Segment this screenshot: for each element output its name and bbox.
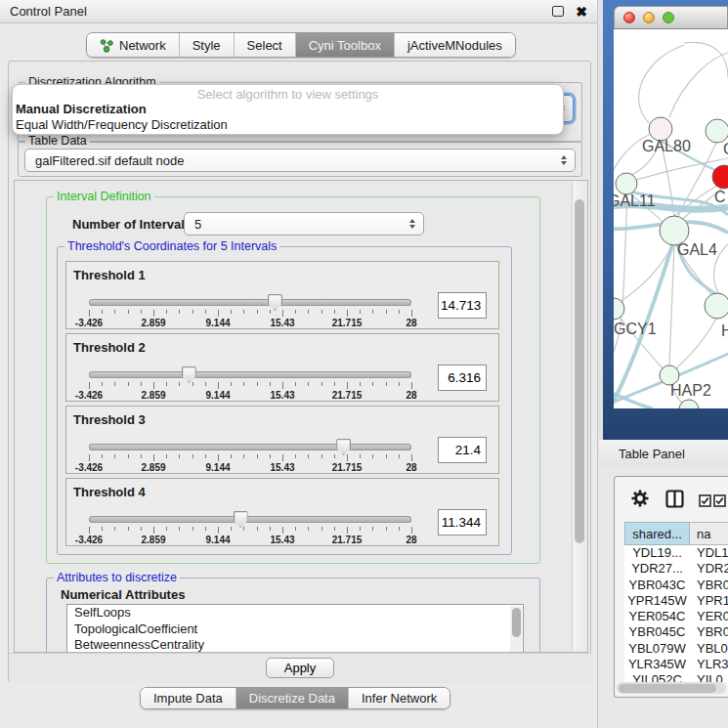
threshold-value-input[interactable] xyxy=(438,364,487,391)
slider-tick xyxy=(334,382,335,386)
table-panel-titlebar: Table Panel xyxy=(599,440,728,467)
slider-tick xyxy=(141,527,142,531)
network-node[interactable] xyxy=(679,400,699,408)
network-edge[interactable] xyxy=(614,133,653,303)
network-node-label: GCY1 xyxy=(614,321,657,337)
slider-tick-label: 2.859 xyxy=(141,318,165,328)
table-row[interactable]: YLR345WYLR3 xyxy=(624,657,728,672)
slider-tick xyxy=(347,382,348,389)
table-row[interactable]: YPR145WYPR1 xyxy=(624,593,728,609)
slider-tick xyxy=(243,527,244,531)
apply-button[interactable]: Apply xyxy=(266,658,334,678)
tab-label: Impute Data xyxy=(153,691,223,706)
settings-vertical-scrollbar[interactable] xyxy=(572,182,586,651)
threshold-slider[interactable]: -3.4262.8599.14415.4321.71528 xyxy=(89,442,411,473)
network-node-h[interactable] xyxy=(705,293,728,319)
tab-cyni-toolbox[interactable]: Cyni Toolbox xyxy=(296,33,395,57)
network-edge[interactable] xyxy=(684,42,728,78)
interval-definition-group: Interval Definition Number of Intervals … xyxy=(46,196,540,564)
table-header-row: shared... na xyxy=(624,522,728,545)
number-of-intervals-combo[interactable]: 5 xyxy=(184,212,424,236)
network-node-gal11[interactable] xyxy=(616,173,637,194)
numerical-attributes-label: Numerical Attributes xyxy=(61,587,185,602)
column-header-name[interactable]: na xyxy=(690,522,728,545)
dropdown-option[interactable]: Manual Discretization xyxy=(13,102,563,117)
checkbox-checked-icon[interactable] xyxy=(699,494,711,507)
gear-icon[interactable] xyxy=(631,490,649,507)
slider-tick-label: 28 xyxy=(406,390,416,401)
slider-track[interactable] xyxy=(89,516,411,523)
numerical-attributes-list[interactable]: SelfLoopsTopologicalCoefficientBetweenne… xyxy=(66,604,524,653)
tab-select[interactable]: Select xyxy=(235,33,296,57)
cell-name: YBL0 xyxy=(690,641,728,657)
tab-jactivemnodules[interactable]: jActiveMNodules xyxy=(395,33,515,57)
table-row[interactable]: YDL19...YDL1 xyxy=(624,545,728,561)
cell-name: YBR0 xyxy=(690,578,728,593)
main-tabbar: NetworkStyleSelectCyni ToolboxjActiveMNo… xyxy=(86,32,516,58)
slider-track[interactable] xyxy=(89,299,411,306)
dropdown-option[interactable]: Equal Width/Frequency Discretization xyxy=(13,117,563,133)
slider-tick xyxy=(205,382,206,386)
cell-shared-name: YDL19... xyxy=(624,545,690,561)
spinner-arrows-icon xyxy=(409,219,415,229)
attributes-scrollbar[interactable] xyxy=(510,606,522,653)
slider-tick-label: 15.43 xyxy=(270,535,294,545)
tab-style[interactable]: Style xyxy=(180,33,235,57)
network-edge[interactable] xyxy=(669,53,728,117)
table-row[interactable]: YBL079WYBL0 xyxy=(624,641,728,657)
slider-tick xyxy=(295,310,296,314)
table-data-combo[interactable]: galFiltered.sif default node xyxy=(24,149,576,172)
tab-infer-network[interactable]: Infer Network xyxy=(349,688,450,708)
network-canvas[interactable]: GAL80GACGAL11GAL4GCY1HHAP2 xyxy=(614,29,728,408)
threshold-coordinates-group: Threshold's Coordinates for 5 Intervals … xyxy=(57,246,512,555)
threshold-slider[interactable]: -3.4262.8599.14415.4321.71528 xyxy=(89,297,411,328)
tab-network[interactable]: Network xyxy=(87,33,180,57)
slider-track[interactable] xyxy=(89,371,411,378)
slider-thumb[interactable] xyxy=(234,511,248,528)
attribute-list-item[interactable]: BetweennessCentrality xyxy=(67,637,523,653)
slider-tick xyxy=(179,310,180,314)
interval-definition-title: Interval Definition xyxy=(54,190,154,203)
table-row[interactable]: YBR045CYBR0 xyxy=(624,624,728,640)
column-view-icon[interactable] xyxy=(665,490,684,508)
table-row[interactable]: YER054CYER0 xyxy=(624,609,728,624)
slider-thumb[interactable] xyxy=(182,366,196,383)
tab-impute-data[interactable]: Impute Data xyxy=(141,688,236,708)
slider-track[interactable] xyxy=(89,444,411,450)
threshold-value-input[interactable] xyxy=(438,437,487,463)
network-node-ga[interactable] xyxy=(706,119,728,143)
slider-tick xyxy=(102,454,103,458)
threshold-value-input[interactable] xyxy=(438,292,487,319)
minimize-traffic-light[interactable] xyxy=(643,12,655,23)
table-horizontal-scrollbar[interactable] xyxy=(617,682,726,694)
attribute-list-item[interactable]: SelfLoops xyxy=(67,605,523,621)
column-header-shared-name[interactable]: shared... xyxy=(624,522,690,545)
float-window-icon[interactable] xyxy=(552,6,564,17)
close-traffic-light[interactable] xyxy=(623,12,635,23)
table-row[interactable]: YBR043CYBR0 xyxy=(624,578,728,593)
tab-discretize-data[interactable]: Discretize Data xyxy=(236,688,349,708)
slider-thumb[interactable] xyxy=(268,294,282,311)
slider-tick xyxy=(141,382,142,386)
slider-tick xyxy=(334,527,335,531)
slider-tick xyxy=(270,310,271,314)
slider-tick xyxy=(89,454,90,461)
table-row[interactable]: YDR27...YDR2 xyxy=(624,561,728,577)
slider-tick xyxy=(193,382,193,386)
close-icon[interactable]: ✖ xyxy=(576,5,587,19)
table-row[interactable]: YIL052CYIL0 xyxy=(624,672,728,682)
threshold-label: Threshold 2 xyxy=(73,340,146,355)
slider-tick-label: 21.715 xyxy=(332,535,363,545)
table-panel: Table Panel xyxy=(599,440,728,728)
threshold-slider[interactable]: -3.4262.8599.14415.4321.71528 xyxy=(89,369,411,401)
zoom-traffic-light[interactable] xyxy=(663,12,674,23)
cell-shared-name: YBR045C xyxy=(624,624,690,640)
cell-shared-name: YLR345W xyxy=(624,657,690,672)
slider-thumb[interactable] xyxy=(336,439,351,455)
checkbox-checked-icon[interactable] xyxy=(713,494,726,507)
network-edge[interactable] xyxy=(639,45,684,123)
network-edge[interactable] xyxy=(669,245,674,365)
attribute-list-item[interactable]: TopologicalCoefficient xyxy=(67,621,523,638)
threshold-slider[interactable]: -3.4262.8599.14415.4321.71528 xyxy=(89,514,411,545)
threshold-value-input[interactable] xyxy=(438,509,487,535)
